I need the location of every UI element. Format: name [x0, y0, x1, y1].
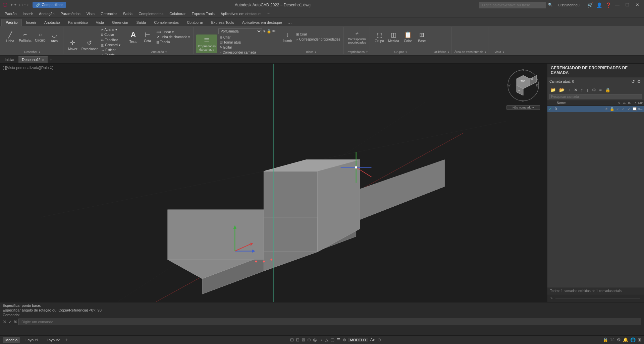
tab-more-icon[interactable]: ⋯ — [287, 21, 292, 26]
layer-list-btn[interactable]: ≡ — [598, 87, 603, 93]
tab-add-button[interactable]: + — [48, 57, 54, 62]
search-icon[interactable]: 🔍 — [548, 3, 553, 7]
layer-row-0[interactable]: ✓ 0 ☀ 🔒 ✓ ✓ ✓ br... — [547, 106, 644, 112]
btn-prop-corresponder[interactable]: ⌿ Corresponderpropriedades — [346, 27, 368, 46]
cmd-check-btn[interactable]: ✓ — [8, 319, 12, 325]
close-button[interactable]: ✕ — [634, 2, 641, 8]
add-layout-btn[interactable]: + — [65, 337, 68, 343]
expand-status-icon[interactable]: ⊞ — [638, 337, 641, 342]
btn-mover[interactable]: ✛ Mover — [66, 36, 79, 54]
menu-more[interactable]: ⋯ — [264, 11, 273, 16]
menu-apps[interactable]: Aplicativos em destaque — [218, 11, 263, 16]
snap-icon[interactable]: ⊟ — [296, 337, 300, 342]
btn-cota[interactable]: ⊢ Cota — [141, 27, 154, 46]
btn-corresponder-prop[interactable]: ⌿ Corresponder propriedades — [295, 37, 341, 42]
layer-new-btn[interactable]: + — [567, 87, 572, 93]
btn-esticar[interactable]: ↔ Esticar — [100, 48, 121, 52]
btn-tornar-atual[interactable]: ☑ Tornar atual — [218, 40, 276, 45]
btn-linha-chamada[interactable]: ↗ Linha de chamada ▾ — [155, 35, 192, 39]
tab-padrao[interactable]: Padrão — [1, 19, 22, 26]
layer-col-settings-btn[interactable]: ⚙ — [591, 87, 597, 93]
btn-linha[interactable]: ╱ Linha — [3, 27, 17, 46]
layer-lock-btn[interactable]: 🔒 — [604, 87, 611, 93]
menu-parametrico[interactable]: Paramétrico — [58, 11, 83, 16]
btn-circulo[interactable]: ○ Círculo — [34, 27, 47, 46]
cmd-x-btn[interactable]: ✕ — [3, 319, 7, 325]
menu-gerenciar[interactable]: Gerenciar — [98, 11, 119, 16]
osnap-icon[interactable]: ◎ — [313, 337, 317, 342]
help-icon[interactable]: ❓ — [605, 2, 611, 8]
ducs-icon[interactable]: △ — [325, 337, 328, 342]
nav-cube[interactable]: TOP R Fr N S E W Não nomeado ▾ — [506, 67, 540, 100]
btn-copiar[interactable]: ⧉ Copiar — [100, 32, 121, 37]
user-icon[interactable]: 👤 — [596, 2, 602, 8]
btn-medida[interactable]: ◫ Medida — [387, 27, 400, 46]
lw-icon[interactable]: ☰ — [336, 337, 340, 342]
gear-status-icon[interactable]: ⚙ — [617, 337, 621, 342]
tab-gerenciar[interactable]: Gerenciar — [108, 19, 132, 26]
btn-grupo[interactable]: ⬚ Grupo — [373, 27, 386, 46]
btn-base[interactable]: ⊞ Base — [415, 27, 429, 46]
menu-anotacao[interactable]: Anotação — [36, 11, 57, 16]
tab-close-icon[interactable]: ✕ — [42, 58, 44, 62]
layer-up-btn[interactable]: ↑ — [580, 87, 584, 93]
layer-search-input[interactable] — [549, 94, 642, 99]
tab-complementos[interactable]: Complementos — [150, 19, 183, 26]
layer-open-folder-btn[interactable]: 📂 — [558, 87, 566, 93]
global-icon[interactable]: 🌐 — [630, 337, 636, 342]
menu-complementos[interactable]: Complementos — [136, 11, 166, 16]
tab-saida[interactable]: Saída — [132, 19, 150, 26]
camada-select[interactable]: PorCamada — [218, 28, 262, 34]
layer-refresh-btn[interactable]: ↺ — [630, 79, 636, 84]
tab-desenho1[interactable]: Desenho1* ✕ — [18, 56, 47, 63]
btn-espelhar[interactable]: ⇔ Espelhar — [100, 38, 121, 42]
tab-layout1[interactable]: Layout1 — [23, 337, 41, 343]
minimize-button[interactable]: — — [613, 2, 622, 8]
menu-inserir[interactable]: Inserir — [20, 11, 36, 16]
btn-escala[interactable]: ⤢ Escala — [100, 53, 121, 55]
btn-corresponder-camada[interactable]: ⌿ Corresponder camada — [218, 50, 276, 55]
canvas-area[interactable]: [-][Vista personalizada][Raio X] — [0, 64, 547, 302]
annotation-icon[interactable]: Aa — [370, 337, 375, 342]
btn-polilinha[interactable]: ⌐ Polilinha — [17, 27, 33, 46]
layer-expand-btn[interactable]: » — [549, 296, 553, 300]
grid-icon[interactable]: ⊞ — [290, 337, 294, 342]
btn-inserir[interactable]: ↓ Inserir — [281, 27, 294, 46]
btn-tabela[interactable]: ▦ Tabela — [155, 40, 192, 44]
btn-prop-camada[interactable]: ☰ Propriedadesda camada — [196, 35, 217, 53]
btn-colar[interactable]: 📋 Colar — [401, 27, 415, 46]
share-btn[interactable]: 🔗 Compartilhar — [33, 2, 66, 8]
lock-status-icon[interactable]: 🔒 — [603, 337, 608, 342]
btn-concord[interactable]: ◫ Concord ▾ — [100, 43, 121, 47]
tab-apps[interactable]: Aplicativos em destaque — [238, 19, 286, 26]
search-input[interactable] — [479, 2, 546, 8]
layer-down-btn[interactable]: ↓ — [585, 87, 590, 93]
btn-aparar[interactable]: ✂ Aparar ▾ — [100, 27, 121, 32]
layer-delete-btn[interactable]: ✕ — [573, 87, 579, 93]
btn-arco[interactable]: ◡ Arco — [48, 27, 61, 46]
tab-colaborar[interactable]: Colaborar — [183, 19, 207, 26]
btn-texto[interactable]: A Texto — [127, 27, 140, 46]
tab-layout2[interactable]: Layout2 — [44, 337, 62, 343]
menu-saida[interactable]: Saída — [120, 11, 135, 16]
polar-icon[interactable]: ⊕ — [307, 337, 311, 342]
menu-padrao[interactable]: Padrão — [2, 11, 19, 16]
tp-icon[interactable]: ⊛ — [342, 337, 346, 342]
restore-button[interactable]: ❐ — [624, 2, 632, 8]
btn-rotacionar[interactable]: ↺ Rotacionar — [80, 36, 99, 54]
menu-express[interactable]: Express Tools — [189, 11, 217, 16]
menu-colaborar[interactable]: Colaborar — [167, 11, 188, 16]
layer-new-folder-btn[interactable]: 📁 — [549, 87, 557, 93]
btn-criar-camada[interactable]: ⊕ Criar — [218, 35, 276, 40]
tab-vista[interactable]: Vista — [92, 19, 108, 26]
tab-express[interactable]: Express Tools — [207, 19, 238, 26]
tab-iniciar[interactable]: Iniciar — [1, 57, 18, 63]
btn-editar-camada[interactable]: ✎ Editar — [218, 45, 276, 50]
btn-criar-bloco[interactable]: ⊞ Criar — [295, 32, 341, 37]
tab-parametrico[interactable]: Paramétrico — [64, 19, 92, 26]
layer-settings-btn[interactable]: ⚙ — [636, 79, 642, 84]
menu-vista[interactable]: Vista — [84, 11, 97, 16]
tab-modelo[interactable]: Modelo — [3, 337, 20, 343]
ws-icon[interactable]: ⊙ — [377, 337, 381, 342]
cart-icon[interactable]: 🛒 — [587, 2, 593, 8]
